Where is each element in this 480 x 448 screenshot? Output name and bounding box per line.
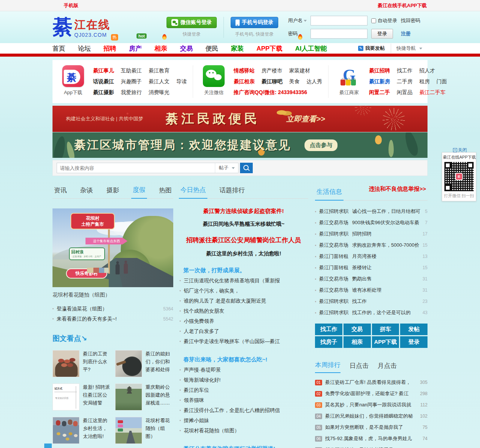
- life-item[interactable]: 綦江交易市场求购改款奔奔车，5000-7000价15: [315, 240, 428, 251]
- link-qijiang-xiangqin[interactable]: 綦江相亲: [234, 76, 255, 87]
- app-icon-caption[interactable]: App下载: [58, 89, 88, 96]
- tab-zatan[interactable]: 杂谈: [79, 186, 94, 198]
- mid-section-title[interactable]: 春芽出来咯，大家都喜欢怎么吃~!: [183, 356, 308, 363]
- thread-link[interactable]: 领养猫咪: [179, 395, 308, 405]
- thread-link[interactable]: 人老了白发多了: [179, 326, 308, 336]
- grid-item[interactable]: 綦江的媳妇们，你们和婆婆相处得: [115, 350, 173, 377]
- nav-item-forum[interactable]: 论坛: [78, 44, 91, 53]
- nav-item-home[interactable]: 首页: [52, 44, 65, 53]
- thread-link[interactable]: 綦江没得什么工作，全是乱七八糟的招聘信: [179, 405, 308, 415]
- link-zufang[interactable]: 租房: [419, 76, 430, 87]
- life-item[interactable]: 綦江招聘求职诚心找一份工作，日结月结都可5: [315, 206, 428, 217]
- app-download-icon[interactable]: 綦: [62, 65, 84, 87]
- thread-link[interactable]: 綦江中学走读生早晚拼车（半山国际—綦江: [179, 336, 308, 346]
- link-woai-lvxing[interactable]: 我爱旅行: [121, 87, 142, 98]
- tab-dujia[interactable]: 度假: [131, 186, 147, 199]
- thread-link[interactable]: 银海新城绿化好!: [179, 375, 308, 385]
- life-item[interactable]: 綦江招聘求职找工作的，这个还是可以的43: [315, 307, 428, 318]
- auto-login-checkbox[interactable]: [371, 18, 376, 23]
- link-xianzhi-ershou[interactable]: 闲置二手: [369, 87, 390, 98]
- trade-button[interactable]: 交易: [344, 324, 371, 335]
- rank-tab-week[interactable]: 本周排行: [315, 361, 340, 373]
- thread-link[interactable]: 花坝村看花随拍（组图）: [179, 426, 308, 436]
- link-meishi[interactable]: 美食: [289, 76, 300, 87]
- grid-item[interactable]: 试方式 专业知识问答 最新! 招聘派往綦江区公安局辅警: [52, 384, 111, 411]
- thread-link[interactable]: 三江街道现代化生猪养殖基地项目（重新报: [179, 276, 308, 286]
- grid-item[interactable]: 花坝村看花随拍（组图）: [115, 417, 173, 444]
- minzheng-banner[interactable]: 构建社会主义和谐社会 | 共筑中国梦 綦江民政便民 立即查看>>: [52, 106, 428, 132]
- username-type-caret[interactable]: [304, 20, 307, 22]
- quick-nav-dropdown[interactable]: 快捷导航: [391, 43, 428, 53]
- thread-link[interactable]: 声声慢·春堤即景: [179, 365, 308, 375]
- phone-login-button[interactable]: 手机号码登录: [231, 17, 278, 28]
- app-download-button[interactable]: APP下载: [372, 336, 399, 348]
- link-menmian[interactable]: 门面: [436, 76, 447, 87]
- find-job-button[interactable]: 找工作: [315, 324, 342, 335]
- rank-tab-month[interactable]: 月点击: [378, 361, 397, 373]
- find-password-link[interactable]: 找回密码: [401, 17, 420, 24]
- search-button[interactable]: [240, 163, 253, 173]
- wechat-login-button[interactable]: 微信账号登录: [166, 17, 217, 28]
- merchant-icon-caption[interactable]: 綦江商家: [334, 89, 364, 96]
- banner2-cta[interactable]: 点击参与: [304, 139, 338, 151]
- carpool-button[interactable]: 拼车: [372, 324, 399, 335]
- phone-quick-login-label[interactable]: 手机号码, 快捷登录: [231, 31, 278, 37]
- link-qijiang-sheying[interactable]: 綦江摄影: [93, 87, 114, 98]
- thread-link[interactable]: 綦江的车位: [179, 385, 308, 395]
- post-thread-button[interactable]: ✎ 我要发帖: [358, 45, 385, 52]
- side-float-tab[interactable]: [44, 444, 52, 448]
- link-darenxiu[interactable]: 达人秀: [306, 76, 322, 87]
- tab-zixun[interactable]: 资讯: [52, 186, 68, 198]
- headline[interactable]: 綦江这里的乡村生活，太治愈啦!: [179, 250, 308, 257]
- login-shortcut-button[interactable]: 登录: [400, 336, 428, 348]
- link-huzhu-qijiang[interactable]: 互助綦江: [121, 65, 142, 76]
- link-qijiang-zhaopin[interactable]: 綦江招聘: [369, 65, 390, 76]
- mobile-version-link[interactable]: 手机版: [64, 2, 78, 9]
- merchant-icon[interactable]: G: [338, 65, 360, 87]
- link-xiaofei-baoguang[interactable]: 消费曝光: [148, 87, 170, 98]
- life-info-title[interactable]: 生活信息: [315, 187, 344, 201]
- password-input[interactable]: [310, 29, 368, 39]
- nav-item-services[interactable]: 便民: [206, 44, 218, 53]
- link-huashuo-qijiang[interactable]: 话说綦江: [93, 76, 114, 87]
- mid-section-title[interactable]: 綦江公布养老诈骗专项行动举报渠道!: [183, 445, 308, 448]
- link-zhao-gongzuo[interactable]: 找工作: [397, 65, 412, 76]
- nav-item-app[interactable]: APP下载: [256, 44, 282, 53]
- link-jiazhuang-jiancai[interactable]: 家装建材: [289, 65, 310, 76]
- site-logo[interactable]: 綦 江在线 QJ023.COM: [52, 17, 110, 38]
- dating-button[interactable]: 相亲: [344, 336, 371, 348]
- link-qinggan-yizhan[interactable]: 情感驿站: [234, 65, 255, 76]
- rank-item[interactable]: 04綦江的兄弟姐妹们，你觉得婚姻稳定的秘102: [315, 411, 428, 422]
- wechat-qr-icon[interactable]: [203, 65, 225, 87]
- link-qijiang-renwen[interactable]: 綦江人文: [148, 76, 170, 87]
- link-qijiang-xinfang[interactable]: 綦江新房: [369, 76, 390, 87]
- rank-item[interactable]: 02免费学化妆\面部护理，还能拿证? 綦江298: [315, 388, 428, 399]
- grid-item[interactable]: 重庆鹅岭公园新建的悬崖栈道……: [115, 384, 173, 411]
- thread-link[interactable]: 摆摊小姐妹: [179, 415, 308, 426]
- auto-login-row[interactable]: 自动登录: [371, 17, 397, 24]
- mid-section-title[interactable]: 第一次做，打野成果展。: [183, 267, 308, 274]
- tab-topic-rank[interactable]: 话题排行: [218, 186, 246, 198]
- wechat-quick-login-label[interactable]: 快捷登录: [166, 31, 217, 37]
- app-download-link[interactable]: 綦江在线手机APP下载: [378, 2, 427, 9]
- link-qijiang-ershouche[interactable]: 綦江二手车: [419, 87, 446, 98]
- link-ershoufang[interactable]: 二手房: [397, 76, 412, 87]
- life-item[interactable]: 綦江门面转租茶楼转让15: [315, 262, 428, 273]
- thread-link[interactable]: 找个成熟的女朋友: [179, 306, 308, 316]
- photo-caption[interactable]: 花坝村看花随拍（组图）: [52, 292, 173, 298]
- life-item[interactable]: 綦江交易市场900块钱卖96伏安尔达电动车綦7: [315, 217, 428, 228]
- tab-today-hot[interactable]: 今日热点: [179, 186, 207, 199]
- report-illegal-link[interactable]: 违法和不良信息举报>>: [367, 186, 428, 196]
- thread-link[interactable]: 铝厂这个污水，确实臭，: [179, 286, 308, 296]
- link-daodu[interactable]: 导读: [176, 76, 187, 87]
- life-item[interactable]: 綦江招聘求职找工作23: [315, 296, 428, 307]
- link-xingqu-quanzi[interactable]: 兴趣圈子: [121, 76, 142, 87]
- rank-item[interactable]: 03莫名其妙，只要nan同事一跟我说话我就112: [315, 399, 428, 411]
- rank-item[interactable]: 01綦江瓷砖工厂仓库! 品质看得见摸得着，305: [315, 377, 428, 388]
- link-qijiang-jiaoyu[interactable]: 綦江教育: [148, 65, 170, 76]
- nav-item-jobs[interactable]: 招聘: [104, 44, 116, 53]
- thread-link[interactable]: 谁的狗儿丢了 老是在邮政大厦附近晃: [179, 296, 308, 306]
- rank-item[interactable]: 06找75-92.属象是猪，虎，马的单身男娃儿74: [315, 433, 428, 444]
- grid-item[interactable]: 綦江这里的乡村生活，太治愈啦!: [52, 417, 111, 444]
- city-management-banner[interactable]: 綦江区城市管理局：欢迎您提建议意见 点击参与: [52, 132, 428, 158]
